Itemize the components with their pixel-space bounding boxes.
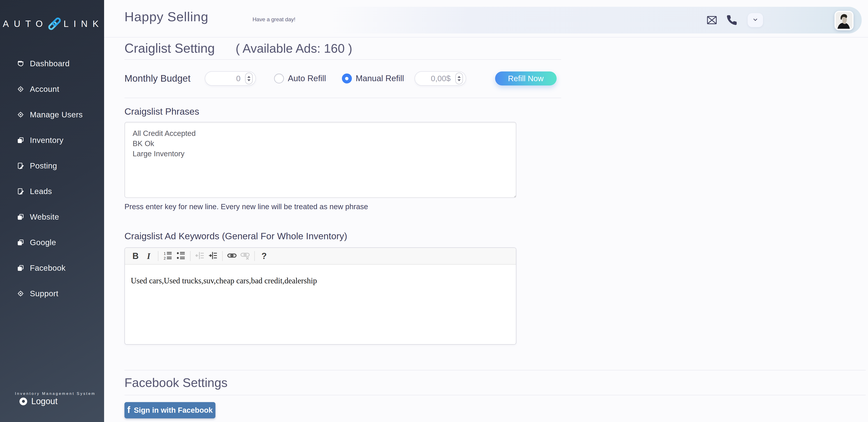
page-title: Happy Selling	[124, 9, 208, 24]
chevron-down-icon	[752, 16, 759, 24]
user-avatar[interactable]	[835, 11, 854, 30]
craigslist-setting-title: Craiglist Setting	[124, 41, 215, 56]
chain-link-icon	[46, 15, 63, 32]
outdent-icon	[195, 251, 205, 261]
target-icon	[17, 111, 25, 119]
italic-icon: I	[147, 251, 151, 261]
sidebar-item-inventory[interactable]: Inventory	[0, 127, 104, 153]
brand-logo: AUTO LINK	[0, 0, 104, 45]
craigslist-phrases-textarea[interactable]: All Credit Accepted BK Ok Large Inventor…	[124, 122, 516, 198]
number-spinner-icon[interactable]	[455, 73, 463, 84]
sidebar-item-label: Leads	[30, 187, 52, 196]
link-icon	[227, 251, 237, 261]
edit-icon	[17, 188, 25, 195]
italic-button[interactable]: I	[142, 250, 155, 263]
sidebar-item-account[interactable]: Account	[0, 76, 104, 102]
content: Craiglist Setting ( Available Ads: 160 )…	[104, 37, 868, 418]
sidebar-footer: Inventory Management System Logout	[0, 391, 104, 406]
sidebar-item-label: Website	[30, 213, 59, 221]
top-header: Happy Selling Have a great day!	[104, 0, 868, 37]
sidebar-item-website[interactable]: Website	[0, 204, 104, 230]
header-band	[330, 7, 862, 33]
sidebar-item-label: Posting	[30, 161, 57, 170]
sidebar-item-label: Support	[30, 289, 58, 298]
phone-icon[interactable]	[726, 14, 738, 26]
bulleted-list-button[interactable]	[174, 250, 187, 263]
svg-text:1: 1	[164, 252, 166, 256]
unlink-icon	[240, 251, 250, 261]
sidebar-item-google[interactable]: Google	[0, 230, 104, 255]
radio-circle-icon	[342, 73, 352, 84]
refill-now-button[interactable]: Refill Now	[495, 71, 557, 86]
auto-refill-radio[interactable]: Auto Refill	[274, 73, 326, 84]
numbered-list-button[interactable]: 1 2	[161, 250, 174, 263]
brand-word-link: LINK	[64, 19, 104, 29]
divider	[124, 98, 561, 98]
toolbar-separator	[222, 251, 223, 261]
header-dropdown-button[interactable]	[748, 13, 763, 27]
sidebar-item-label: Manage Users	[30, 110, 83, 119]
keywords-editor: B I 1 2	[124, 248, 516, 345]
ad-keywords-label: Craigslist Ad Keywords (General For Whol…	[124, 231, 866, 241]
sidebar-item-label: Dashboard	[30, 59, 70, 68]
brand-word-auto: AUTO	[0, 19, 48, 29]
logout-icon	[20, 397, 27, 405]
edit-icon	[17, 162, 25, 170]
sidebar-item-manage-users[interactable]: Manage Users	[0, 102, 104, 127]
facebook-signin-button[interactable]: f Sign in with Facebook	[124, 402, 215, 418]
main-area: Happy Selling Have a great day!	[104, 0, 868, 422]
system-caption: Inventory Management System	[0, 391, 104, 396]
facebook-signin-label: Sign in with Facebook	[134, 406, 213, 415]
sidebar-item-label: Inventory	[30, 136, 63, 145]
mail-icon[interactable]	[706, 14, 718, 26]
budget-amount-input[interactable]	[205, 71, 256, 86]
sidebar-nav: DashboardAccountManage UsersInventoryPos…	[0, 51, 104, 306]
editor-toolbar: B I 1 2	[125, 248, 516, 265]
monthly-budget-label: Monthly Budget	[124, 73, 205, 84]
toolbar-separator	[254, 251, 255, 261]
phrases-hint: Press enter key for new line. Every new …	[124, 202, 866, 211]
logout-label: Logout	[31, 396, 58, 406]
divider	[124, 395, 866, 395]
divider	[124, 370, 866, 370]
indent-button[interactable]	[206, 250, 219, 263]
sidebar-item-support[interactable]: Support	[0, 281, 104, 306]
sidebar-item-dashboard[interactable]: Dashboard	[0, 51, 104, 76]
sidebar-item-facebook[interactable]: Facebook	[0, 255, 104, 281]
bulleted-list-icon	[176, 251, 186, 261]
copy-icon	[17, 213, 25, 221]
page-subtitle: Have a great day!	[252, 16, 295, 23]
svg-text:2: 2	[164, 256, 166, 260]
manual-refill-label: Manual Refill	[356, 74, 404, 83]
logout-button[interactable]: Logout	[0, 396, 104, 406]
available-ads-count: ( Available Ads: 160 )	[236, 41, 352, 56]
bold-button[interactable]: B	[129, 250, 142, 263]
sidebar-item-leads[interactable]: Leads	[0, 178, 104, 204]
divider	[124, 59, 561, 60]
manual-refill-radio[interactable]: Manual Refill	[342, 73, 404, 84]
target-icon	[17, 85, 25, 93]
bold-icon: B	[132, 251, 138, 261]
craigslist-title-row: Craiglist Setting ( Available Ads: 160 )	[124, 37, 866, 56]
copy-icon	[17, 264, 25, 272]
monthly-budget-row: Monthly Budget Auto Refill Manual Refill…	[124, 71, 866, 86]
target-icon	[17, 290, 25, 297]
indent-icon	[208, 251, 218, 261]
craigslist-phrases-label: Craigslist Phrases	[124, 106, 866, 117]
help-icon: ?	[261, 251, 267, 261]
toolbar-separator	[158, 251, 158, 261]
refill-amount-input[interactable]	[414, 71, 466, 86]
unlink-button[interactable]	[239, 250, 252, 263]
number-spinner-icon[interactable]	[245, 73, 253, 84]
link-button[interactable]	[225, 250, 239, 263]
sidebar-item-label: Account	[30, 85, 59, 94]
sidebar-item-label: Facebook	[30, 263, 66, 272]
outdent-button[interactable]	[193, 250, 206, 263]
facebook-f-icon: f	[127, 405, 130, 414]
keywords-editor-body[interactable]: Used cars,Used trucks,suv,cheap cars,bad…	[125, 265, 516, 344]
help-button[interactable]: ?	[257, 250, 271, 263]
sidebar: AUTO LINK DashboardAccountManage UsersIn…	[0, 0, 104, 422]
sidebar-item-posting[interactable]: Posting	[0, 153, 104, 178]
radio-circle-icon	[274, 73, 284, 84]
copy-icon	[17, 238, 25, 246]
